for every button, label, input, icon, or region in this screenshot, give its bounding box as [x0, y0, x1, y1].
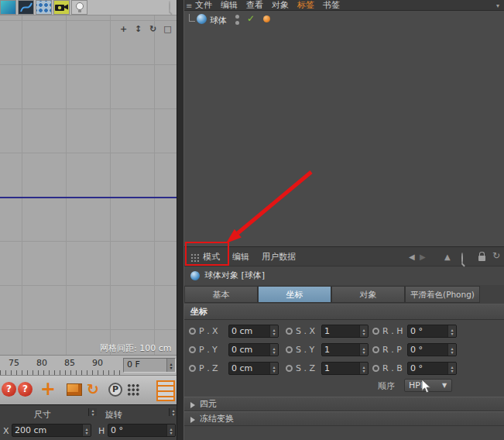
px-spinner[interactable]: ▴▾ — [269, 325, 278, 337]
pan-icon[interactable]: + — [118, 24, 129, 34]
array-icon[interactable] — [36, 0, 52, 15]
pz-label: P . Z — [199, 363, 226, 373]
render-visibility-dot[interactable] — [235, 21, 239, 25]
rb-field[interactable]: 0 ° ▴▾ — [407, 362, 457, 375]
rh-field[interactable]: 0 ° ▴▾ — [407, 325, 457, 338]
rp-field[interactable]: 0 ° ▴▾ — [407, 343, 457, 356]
sync-icon[interactable]: ↻ — [492, 252, 500, 260]
timeline-tick: 75 — [6, 358, 22, 368]
rh-label: R . H — [382, 326, 406, 336]
up-arrow-icon[interactable]: ▲ — [444, 253, 451, 261]
tab-basic[interactable]: 基本 — [184, 286, 258, 303]
py-field[interactable]: 0 cm ▴▾ — [228, 343, 279, 356]
object-manager-list[interactable]: 球体 ✓ — [184, 11, 504, 246]
size-x-spinner[interactable]: ▴▾ — [82, 425, 91, 436]
search-icon[interactable] — [169, 1, 170, 12]
am-menu-userdata[interactable]: 用户数据 — [262, 247, 296, 266]
current-frame-field[interactable]: 0 F ▴▾ — [123, 358, 176, 373]
py-label: P . Y — [199, 345, 226, 355]
tab-coordinates[interactable]: 坐标 — [258, 286, 331, 303]
keyframe-circle[interactable] — [286, 328, 293, 335]
help-icon[interactable]: ? — [18, 382, 33, 397]
pane-divider[interactable] — [177, 0, 184, 440]
editor-visibility-dot[interactable] — [235, 15, 239, 19]
tab-phong[interactable]: 平滑着色(Phong) — [405, 286, 480, 303]
order-label: 顺序 — [347, 380, 395, 392]
chevron-down-icon[interactable]: ▾ — [496, 1, 499, 11]
keyframe-circle[interactable] — [189, 365, 196, 372]
sx-label: S . X — [296, 326, 320, 336]
keyframe-circle[interactable] — [189, 328, 196, 335]
menu-file[interactable]: 文件 — [195, 0, 212, 10]
object-name[interactable]: 球体 — [210, 15, 227, 26]
am-search-icon[interactable] — [461, 253, 463, 264]
h-row-label: H — [98, 426, 105, 436]
frame-spinner[interactable]: ▴▾ — [166, 359, 175, 372]
pz-spinner[interactable]: ▴▾ — [269, 363, 278, 374]
lock-icon[interactable] — [478, 256, 485, 261]
am-menu-mode[interactable]: 模式 — [203, 247, 220, 266]
history-back-icon[interactable]: ◀ — [409, 253, 415, 261]
rotation-h-spinner[interactable]: ▴▾ — [166, 425, 175, 436]
rp-spinner[interactable]: ▴▾ — [447, 344, 456, 356]
tab-object[interactable]: 对象 — [331, 286, 405, 303]
size-x-field[interactable]: 200 cm ▴▾ — [12, 424, 91, 437]
sphere-object-icon[interactable] — [197, 14, 207, 24]
freeze-transform-label: 冻结变换 — [200, 412, 234, 426]
order-dropdown[interactable]: HPB ▼ — [404, 379, 452, 392]
menu-bookmarks[interactable]: 书签 — [323, 0, 340, 10]
maximize-view-icon[interactable]: □ — [163, 24, 173, 34]
quaternion-section[interactable]: 四元 — [184, 397, 504, 411]
rh-spinner[interactable]: ▴▾ — [447, 325, 456, 337]
cube-tool-icon[interactable] — [67, 383, 82, 396]
freeze-transform-section[interactable]: 冻结变换 — [184, 411, 504, 426]
primitive-object-icon[interactable] — [0, 0, 16, 15]
timeline-ruler[interactable]: 75 80 85 90 0 F ▴▾ — [0, 355, 177, 375]
coord-row-y: P . Y 0 cm ▴▾ S . Y 1 ▴▾ R . P 0 ° ▴▾ — [184, 342, 504, 359]
p-tool-icon[interactable]: P — [108, 383, 122, 397]
px-field[interactable]: 0 cm ▴▾ — [228, 325, 279, 338]
rotate-view-icon[interactable]: ↻ — [148, 24, 158, 34]
keyframe-circle[interactable] — [372, 346, 379, 353]
zoom-icon[interactable]: ↕ — [133, 24, 143, 34]
rb-spinner[interactable]: ▴▾ — [447, 363, 456, 374]
pz-field[interactable]: 0 cm ▴▾ — [228, 362, 279, 375]
bottom-toolbar: ? ? + ↻ P — [0, 375, 177, 404]
phong-tag-icon[interactable] — [263, 15, 270, 22]
menu-edit[interactable]: 编辑 — [221, 0, 238, 10]
sy-spinner[interactable]: ▴▾ — [359, 344, 368, 356]
rotate-tool-icon[interactable]: ↻ — [87, 380, 99, 397]
rotation-h-value: 0 ° — [108, 425, 166, 436]
mode-grid-icon[interactable] — [190, 253, 199, 262]
keyframe-circle[interactable] — [286, 365, 293, 372]
am-menu-edit[interactable]: 编辑 — [232, 247, 249, 266]
viewport[interactable]: + ↕ ↻ □ 网格间距: 100 cm — [0, 15, 177, 355]
rotation-h-field[interactable]: 0 ° ▴▾ — [108, 424, 176, 437]
snap-grid-icon[interactable] — [127, 383, 139, 396]
spline-pen-icon[interactable] — [18, 0, 34, 15]
history-forward-icon[interactable]: ▶ — [420, 253, 426, 261]
sz-label: S . Z — [296, 363, 320, 373]
py-spinner[interactable]: ▴▾ — [269, 344, 278, 356]
enabled-check-icon[interactable]: ✓ — [247, 13, 255, 24]
keyframe-circle[interactable] — [372, 365, 379, 372]
move-tool-icon[interactable]: + — [40, 377, 56, 400]
keyframe-circle[interactable] — [286, 346, 293, 353]
menu-view[interactable]: 查看 — [246, 0, 263, 10]
help-icon[interactable]: ? — [2, 382, 16, 397]
sz-spinner[interactable]: ▴▾ — [359, 363, 368, 374]
sy-field[interactable]: 1 ▴▾ — [321, 343, 369, 356]
sx-field[interactable]: 1 ▴▾ — [321, 325, 369, 338]
keyframe-circle[interactable] — [372, 328, 379, 335]
menu-tags[interactable]: 标签 — [297, 0, 314, 10]
camera-icon[interactable] — [53, 0, 70, 15]
sx-spinner[interactable]: ▴▾ — [359, 325, 368, 337]
sz-field[interactable]: 1 ▴▾ — [321, 362, 369, 375]
panel-menu-icon[interactable]: ≡ — [186, 1, 192, 11]
frame-value: 0 F — [124, 359, 166, 372]
panel-toggle-icon[interactable] — [156, 380, 175, 401]
light-icon[interactable] — [71, 0, 87, 15]
keyframe-circle[interactable] — [189, 346, 196, 353]
size-header-spinner[interactable]: ▴▾ — [88, 408, 97, 416]
menu-object[interactable]: 对象 — [272, 0, 289, 10]
